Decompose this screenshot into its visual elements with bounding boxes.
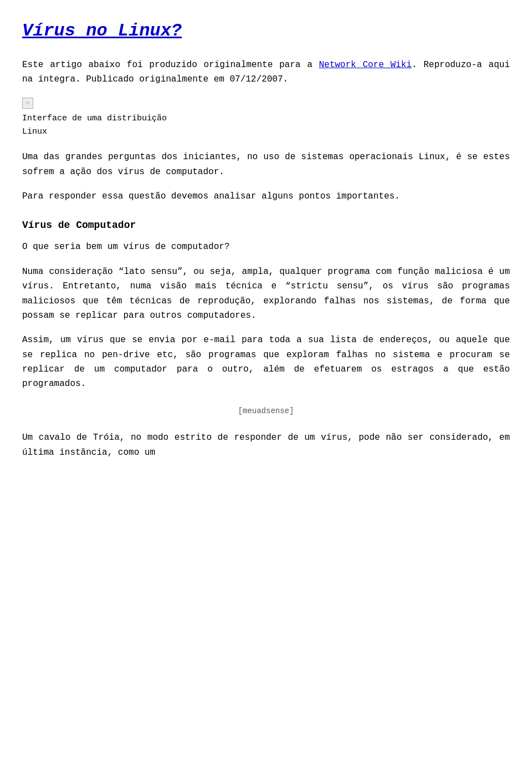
network-core-wiki-link[interactable]: Network Core Wiki [319, 60, 411, 70]
paragraph-1: Uma das grandes perguntas dos iniciantes… [22, 150, 510, 179]
page-title: Vírus no Linux? [22, 17, 510, 45]
image-caption-line2: Linux [22, 125, 47, 139]
image-block: ☒ Interface de uma distribuição Linux [22, 98, 510, 139]
paragraph-4: Numa consideração “lato sensu”, ou seja,… [22, 265, 510, 323]
broken-image-icon: ☒ [22, 98, 33, 109]
section-heading-virus-computador: Vírus de Computador [22, 217, 510, 233]
paragraph-2: Para responder essa questão devemos anal… [22, 189, 510, 204]
intro-text-before-link: Este artigo abaixo foi produzido origina… [22, 60, 319, 70]
ad-placeholder: [meuadsense] [22, 405, 510, 417]
paragraph-6: Um cavalo de Tróia, no modo estrito de r… [22, 430, 510, 460]
paragraph-3: O que seria bem um vírus de computador? [22, 240, 510, 254]
intro-paragraph: Este artigo abaixo foi produzido origina… [22, 58, 510, 87]
image-caption-line1: Interface de uma distribuição [22, 112, 167, 125]
paragraph-5: Assim, um vírus que se envia por e-mail … [22, 333, 510, 392]
